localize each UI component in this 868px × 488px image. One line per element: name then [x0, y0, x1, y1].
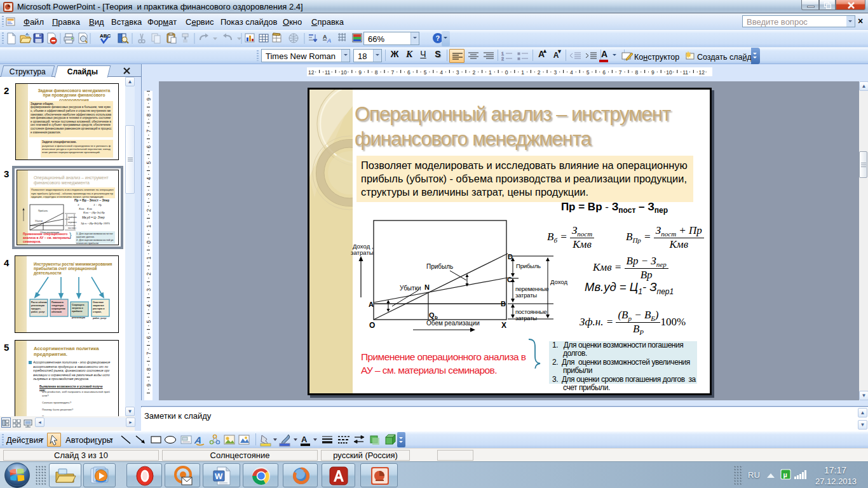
- svg-text:8: 8: [146, 113, 152, 116]
- svg-text:A: A: [369, 301, 374, 308]
- svg-text:Убытки: Убытки: [35, 220, 43, 222]
- svg-text:3: 3: [146, 288, 152, 291]
- svg-text:1: 1: [489, 69, 492, 76]
- svg-text:4: 4: [146, 177, 152, 180]
- svg-text:8: 8: [635, 69, 638, 76]
- svg-text:9: 9: [651, 69, 654, 76]
- svg-text:9: 9: [146, 97, 152, 100]
- svg-text:9: 9: [146, 383, 152, 386]
- svg-text:12: 12: [308, 69, 315, 76]
- svg-text:2: 2: [501, 57, 504, 61]
- svg-text:7: 7: [619, 69, 622, 76]
- svg-text:O: O: [369, 321, 375, 330]
- svg-text:Прибыль: Прибыль: [38, 210, 48, 212]
- svg-text:старые,: старые,: [93, 311, 102, 313]
- svg-text:реализации: реализации: [31, 304, 44, 307]
- svg-text:9: 9: [358, 69, 362, 76]
- svg-text:А: А: [327, 37, 331, 44]
- svg-text:10: 10: [341, 69, 347, 76]
- svg-text:6: 6: [146, 336, 152, 339]
- svg-text:X: X: [501, 321, 506, 330]
- svg-text:закрытые: закрытые: [93, 304, 104, 307]
- svg-text:А: А: [323, 34, 327, 40]
- svg-text:3: 3: [553, 69, 557, 76]
- svg-text:10: 10: [666, 69, 672, 76]
- svg-text:µ: µ: [783, 471, 787, 478]
- svg-text:4: 4: [570, 69, 573, 76]
- svg-text:6: 6: [407, 69, 410, 76]
- svg-text:3: 3: [146, 193, 152, 196]
- svg-text:1: 1: [521, 69, 524, 76]
- svg-text:6: 6: [146, 145, 152, 148]
- svg-text:2: 2: [538, 69, 541, 76]
- svg-text:объемов: объемов: [51, 311, 62, 313]
- svg-text:5: 5: [146, 161, 152, 164]
- svg-text:прибыли: прибыли: [72, 310, 82, 313]
- svg-text:Прибыль: Прибыль: [516, 262, 541, 269]
- svg-text:4: 4: [146, 304, 152, 307]
- svg-text:12: 12: [698, 69, 705, 76]
- svg-text:1: 1: [146, 224, 152, 227]
- svg-text:2: 2: [146, 208, 152, 212]
- svg-text:затраты и: затраты и: [72, 307, 83, 309]
- svg-text:Прибыль: Прибыль: [426, 263, 453, 270]
- svg-text:7: 7: [146, 351, 152, 355]
- svg-text:перемен: перемен: [68, 221, 77, 224]
- svg-text:3: 3: [456, 69, 459, 76]
- svg-text:7: 7: [391, 69, 394, 76]
- svg-text:b: b: [435, 315, 438, 320]
- svg-text:прибыль: прибыль: [68, 216, 77, 219]
- svg-text:6: 6: [602, 69, 606, 76]
- svg-text:1: 1: [146, 256, 152, 259]
- svg-text:11: 11: [682, 69, 688, 76]
- svg-text:А: А: [301, 435, 308, 444]
- svg-text:B: B: [501, 300, 506, 308]
- svg-text:работ, услуг: работ, услуг: [31, 311, 45, 313]
- svg-text:5: 5: [587, 69, 590, 76]
- svg-text:сокращения: сокращения: [51, 308, 65, 310]
- svg-text:5: 5: [424, 69, 427, 76]
- svg-text:Расти объема: Расти объема: [31, 301, 48, 304]
- svg-text:W: W: [215, 471, 223, 481]
- svg-text:Опытные: Опытные: [93, 301, 104, 304]
- svg-text:4: 4: [440, 69, 443, 76]
- svg-text:11: 11: [325, 69, 330, 76]
- svg-text:ABC: ABC: [100, 33, 111, 39]
- svg-text:2: 2: [146, 272, 152, 275]
- svg-text:реализации: реализации: [72, 316, 85, 319]
- svg-text:затраты: затраты: [515, 292, 537, 299]
- svg-text:продукт,: продукт,: [31, 308, 41, 310]
- svg-text:2: 2: [472, 69, 475, 76]
- svg-text:?: ?: [436, 34, 440, 42]
- svg-text:1: 1: [501, 51, 504, 56]
- svg-text:постоян: постоян: [68, 227, 76, 229]
- svg-text:C: C: [507, 276, 512, 283]
- svg-text:тенденции: тенденции: [51, 304, 64, 307]
- svg-text:расторы и: расторы и: [93, 308, 105, 310]
- svg-text:5: 5: [146, 320, 152, 323]
- svg-text:Повышать: Повышать: [51, 301, 64, 304]
- svg-text:8: 8: [375, 69, 378, 76]
- svg-text:0: 0: [505, 69, 508, 76]
- svg-text:8: 8: [146, 367, 152, 370]
- svg-text:затраты: затраты: [351, 249, 374, 256]
- svg-text:Сокращать: Сокращать: [72, 304, 85, 306]
- svg-text:работ, услуг: работ, услуг: [93, 317, 107, 320]
- svg-text:Обем реализации: Обем реализации: [426, 320, 480, 327]
- svg-text:Доход: Доход: [550, 278, 567, 285]
- svg-text:N: N: [424, 283, 430, 291]
- svg-text:0: 0: [146, 240, 152, 243]
- svg-text:А: А: [193, 435, 202, 445]
- svg-text:затраты: затраты: [515, 315, 537, 322]
- svg-text:7: 7: [146, 129, 152, 132]
- svg-text:Q: Q: [429, 311, 435, 319]
